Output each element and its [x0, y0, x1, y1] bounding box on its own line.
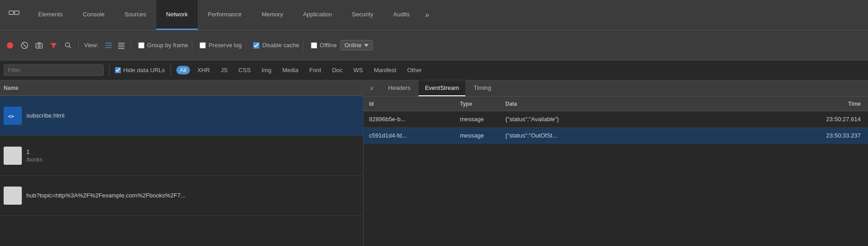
tab-audits[interactable]: Audits [383, 0, 419, 30]
svg-rect-5 [36, 44, 42, 48]
list-item[interactable]: <> subscribe.html [0, 96, 363, 136]
filter-type-media[interactable]: Media [279, 66, 302, 74]
tab-security[interactable]: Security [342, 0, 383, 30]
col-header-id: Id [364, 101, 454, 107]
svg-rect-1 [15, 11, 19, 15]
event-cell-id: c591d1d4-fd... [364, 132, 454, 139]
detail-tabs: ✕ Headers EventStream Timing [364, 80, 868, 97]
filter-type-all[interactable]: All [176, 66, 190, 74]
tab-elements[interactable]: Elements [28, 0, 73, 30]
separator-4 [245, 40, 246, 51]
filter-type-css[interactable]: CSS [235, 66, 254, 74]
svg-line-8 [69, 46, 71, 48]
event-cell-type: message [454, 132, 500, 139]
view-compact-button[interactable] [116, 40, 127, 51]
filter-type-js[interactable]: JS [217, 66, 231, 74]
tab-memory[interactable]: Memory [252, 0, 293, 30]
col-header-data: Data [500, 101, 804, 107]
list-item-name: subscribe.html [26, 112, 65, 119]
preserve-log-checkbox[interactable]: Preserve log [200, 42, 242, 49]
filter-separator-2 [170, 65, 171, 76]
list-item-icon [4, 187, 22, 205]
main-area: Name <> subscribe.html 1 /books [0, 80, 868, 246]
event-cell-time: 23:50:27.614 [804, 116, 868, 123]
event-table-header: Id Type Data Time [364, 97, 868, 111]
event-table: Id Type Data Time 82896b5e-b... message … [364, 97, 868, 246]
filter-type-doc[interactable]: Doc [329, 66, 346, 74]
disable-cache-checkbox[interactable]: Disable cache [253, 42, 299, 49]
tab-performance[interactable]: Performance [198, 0, 251, 30]
col-header-time: Time [804, 101, 868, 107]
devtools-icons [0, 0, 28, 30]
separator-2 [130, 40, 131, 51]
clear-button[interactable] [18, 39, 31, 52]
view-list-button[interactable] [103, 40, 114, 51]
separator-1 [78, 40, 79, 51]
offline-checkbox[interactable]: Offline [311, 42, 337, 49]
svg-point-6 [38, 44, 40, 47]
svg-line-4 [23, 44, 26, 47]
event-row[interactable]: c591d1d4-fd... message {"status":"OutOfS… [364, 128, 868, 144]
filter-type-other[interactable]: Other [404, 66, 426, 74]
filter-separator [109, 65, 110, 76]
event-cell-data: {"status":"OutOfSt... [500, 132, 804, 139]
detail-pane: ✕ Headers EventStream Timing Id Type Dat… [364, 80, 868, 246]
svg-text:<>: <> [8, 113, 15, 119]
list-item[interactable]: hub?topic=http%3A%2F%2Fexample.com%2Fboo… [0, 176, 363, 216]
col-header-type: Type [454, 101, 500, 107]
svg-point-7 [65, 43, 70, 47]
view-label: View: [84, 42, 99, 49]
event-cell-type: message [454, 116, 500, 123]
hide-data-urls-checkbox[interactable]: Hide data URLs [115, 67, 165, 74]
list-item-icon [4, 147, 22, 165]
tab-sources[interactable]: Sources [115, 0, 156, 30]
filter-type-font[interactable]: Font [306, 66, 325, 74]
network-throttle-dropdown[interactable]: Online [340, 40, 373, 50]
filter-type-xhr[interactable]: XHR [194, 66, 213, 74]
filter-bar: Hide data URLs All XHR JS CSS Img Media … [0, 60, 868, 80]
svg-point-2 [7, 42, 13, 49]
close-detail-button[interactable]: ✕ [367, 84, 376, 93]
group-by-frame-checkbox[interactable]: Group by frame [138, 42, 188, 49]
tab-application[interactable]: Application [293, 0, 342, 30]
list-item-text: hub?topic=http%3A%2F%2Fexample.com%2Fboo… [26, 192, 185, 199]
tab-timing[interactable]: Timing [467, 80, 498, 96]
tab-headers[interactable]: Headers [382, 80, 417, 96]
screenshot-button[interactable] [33, 39, 45, 52]
tab-bar: Elements Console Sources Network Perform… [0, 0, 868, 30]
filter-input[interactable] [4, 64, 104, 76]
tab-eventstream[interactable]: EventStream [419, 80, 465, 96]
event-cell-data: {"status":"Available"} [500, 116, 804, 123]
list-header: Name [0, 80, 363, 96]
event-row[interactable]: 82896b5e-b... message {"status":"Availab… [364, 111, 868, 128]
list-item-name: 1 [26, 148, 42, 155]
filter-type-img[interactable]: Img [258, 66, 275, 74]
event-cell-time: 23:50:33.237 [804, 132, 868, 139]
separator-5 [303, 40, 304, 51]
filter-button[interactable] [47, 39, 60, 52]
list-item-text: 1 /books [26, 148, 42, 163]
list-item[interactable]: 1 /books [0, 136, 363, 176]
record-button[interactable] [4, 39, 16, 52]
toolbar: View: Group by frame Preserve log Disabl… [0, 30, 868, 60]
list-item-text: subscribe.html [26, 112, 65, 119]
svg-rect-0 [9, 11, 14, 15]
tab-console[interactable]: Console [73, 0, 115, 30]
filter-type-ws[interactable]: WS [350, 66, 367, 74]
tab-network[interactable]: Network [156, 0, 198, 30]
list-item-icon: <> [4, 107, 22, 125]
list-item-name: hub?topic=http%3A%2F%2Fexample.com%2Fboo… [26, 192, 185, 199]
network-list: Name <> subscribe.html 1 /books [0, 80, 364, 246]
more-tabs-button[interactable]: » [419, 0, 434, 30]
separator-3 [192, 40, 192, 51]
filter-type-manifest[interactable]: Manifest [370, 66, 400, 74]
event-cell-id: 82896b5e-b... [364, 116, 454, 123]
search-button[interactable] [62, 39, 75, 52]
list-header-name: Name [4, 85, 19, 91]
list-item-sub: /books [26, 157, 42, 163]
